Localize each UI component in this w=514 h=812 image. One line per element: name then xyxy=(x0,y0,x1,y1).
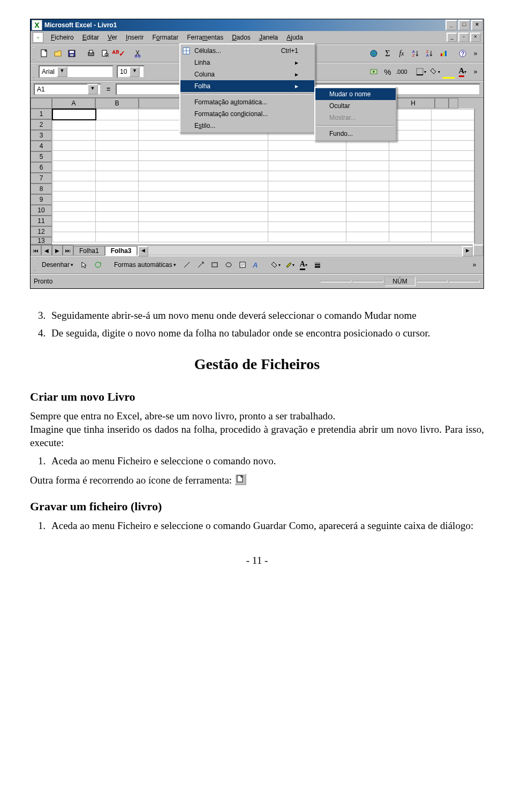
menu-editar[interactable]: Editar xyxy=(78,32,103,43)
rotate-button[interactable] xyxy=(92,258,104,271)
sheet-tab-folha3[interactable]: Folha3 xyxy=(105,246,138,256)
font-combo[interactable]: Arial▼ xyxy=(39,65,114,78)
horizontal-scrollbar[interactable]: ◀ ▶ xyxy=(138,246,473,255)
format-column-item[interactable]: Coluna▸ xyxy=(180,68,314,80)
sheet-tab-folha1[interactable]: Folha1 xyxy=(73,246,105,256)
comma-button[interactable]: .000 xyxy=(395,65,408,78)
rectangle-button[interactable] xyxy=(208,258,221,271)
row-header-5[interactable]: 5 xyxy=(31,151,52,162)
format-style-item[interactable]: Estilo... xyxy=(180,120,314,132)
tab-nav-prev[interactable]: ◀ xyxy=(41,245,52,256)
dropdown-arrow-icon[interactable]: ▼ xyxy=(57,66,67,77)
cell-A1[interactable] xyxy=(52,109,96,120)
col-header-B[interactable]: B xyxy=(95,98,139,109)
scroll-down-button[interactable] xyxy=(473,244,483,256)
menu-janela[interactable]: Janela xyxy=(255,32,282,43)
name-box[interactable]: A1 ▼ xyxy=(34,83,101,95)
row-header-10[interactable]: 10 xyxy=(31,205,52,216)
row-header-4[interactable]: 4 xyxy=(31,141,52,151)
oval-button[interactable] xyxy=(222,258,235,271)
format-auto-item[interactable]: Formatação automática... xyxy=(180,96,314,108)
toolbar-more-icon[interactable]: » xyxy=(470,48,481,59)
row-header-2[interactable]: 2 xyxy=(31,119,52,130)
open-button[interactable] xyxy=(51,47,64,60)
dropdown-arrow-icon[interactable]: ▼ xyxy=(87,84,98,95)
row-header-8[interactable]: 8 xyxy=(31,183,52,194)
tab-nav-next[interactable]: ▶ xyxy=(52,245,63,256)
sort-asc-button[interactable]: AZ xyxy=(409,47,422,60)
format-sheet-item[interactable]: Folha▸ xyxy=(180,80,314,92)
autoshapes-button[interactable]: Formas automáticas ▾ xyxy=(111,260,179,270)
scroll-up-button[interactable] xyxy=(449,98,458,109)
doc-restore-button[interactable]: ▫ xyxy=(458,33,469,42)
row-header-6[interactable]: 6 xyxy=(31,162,52,173)
menu-ficheiro[interactable]: Ficheiro xyxy=(47,32,78,43)
draw-menu-button[interactable]: Desenhar ▾ xyxy=(39,260,76,270)
select-all-button[interactable] xyxy=(31,98,52,109)
toolbar-more-icon[interactable]: » xyxy=(468,259,480,271)
borders-button[interactable]: ▾ xyxy=(414,65,427,78)
format-cells-item[interactable]: Células...Ctrl+1 xyxy=(180,45,314,57)
row-header-7[interactable]: 7 xyxy=(31,173,52,183)
print-button[interactable] xyxy=(85,47,97,60)
toolbar-grip[interactable] xyxy=(34,259,36,271)
menu-ferramentas[interactable]: Ferramentas xyxy=(183,32,228,43)
minimize-button[interactable]: _ xyxy=(445,20,457,30)
row-header-1[interactable]: 1 xyxy=(31,109,52,119)
hide-sheet-item[interactable]: Ocultar xyxy=(315,100,396,112)
cut-button[interactable] xyxy=(132,47,145,60)
spellcheck-button[interactable]: ᴬᴮ✓ xyxy=(112,47,125,60)
sort-desc-button[interactable]: ZA xyxy=(423,47,436,60)
menu-ajuda[interactable]: Ajuda xyxy=(282,32,307,43)
help-button[interactable]: ? xyxy=(456,47,469,60)
menu-formatar[interactable]: Formatar xyxy=(148,32,183,43)
fill-color-button[interactable]: ▾ xyxy=(269,258,282,271)
autosum-button[interactable]: Σ xyxy=(381,47,394,60)
fill-color-button[interactable]: ▾ xyxy=(428,65,441,78)
format-cond-item[interactable]: Formatação condicional... xyxy=(180,108,314,120)
print-preview-button[interactable] xyxy=(99,47,111,60)
rename-sheet-item[interactable]: Mudar o nome xyxy=(315,88,396,100)
save-button[interactable] xyxy=(65,47,78,60)
paste-function-button[interactable]: fx xyxy=(395,47,408,60)
row-header-12[interactable]: 12 xyxy=(31,226,52,237)
new-button[interactable] xyxy=(37,47,50,60)
background-item[interactable]: Fundo... xyxy=(315,128,396,140)
menu-ver[interactable]: Ver xyxy=(103,32,122,43)
currency-button[interactable] xyxy=(367,65,380,78)
arrow-button[interactable] xyxy=(194,258,207,271)
doc-minimize-button[interactable]: _ xyxy=(447,33,457,42)
row-header-11[interactable]: 11 xyxy=(31,216,52,226)
dropdown-arrow-icon[interactable]: ▼ xyxy=(129,66,140,77)
tab-nav-last[interactable]: ⏭ xyxy=(63,245,73,256)
chart-wizard-button[interactable] xyxy=(437,47,450,60)
scroll-right-button[interactable]: ▶ xyxy=(462,246,473,257)
font-size-combo[interactable]: 10▼ xyxy=(117,65,145,78)
format-row-item[interactable]: Linha▸ xyxy=(180,57,314,68)
close-button[interactable]: × xyxy=(471,20,483,30)
menu-inserir[interactable]: Inserir xyxy=(122,32,148,43)
font-color-button[interactable]: A▾ xyxy=(456,65,469,78)
font-color-button[interactable]: A▾ xyxy=(297,258,310,271)
toolbar-grip[interactable] xyxy=(33,66,35,78)
vertical-scrollbar[interactable] xyxy=(474,109,483,244)
col-header[interactable] xyxy=(435,98,449,109)
scroll-left-button[interactable]: ◀ xyxy=(138,246,148,257)
doc-close-button[interactable]: × xyxy=(470,33,481,42)
row-header-9[interactable]: 9 xyxy=(31,194,52,205)
menu-dados[interactable]: Dados xyxy=(228,32,255,43)
percent-button[interactable]: % xyxy=(381,65,394,78)
row-header-3[interactable]: 3 xyxy=(31,130,52,141)
line-color-button[interactable]: ▾ xyxy=(283,258,296,271)
toolbar-grip[interactable] xyxy=(33,48,35,59)
select-arrow-button[interactable] xyxy=(78,258,90,271)
col-header-A[interactable]: A xyxy=(52,98,95,109)
col-header-H[interactable]: H xyxy=(391,98,435,109)
web-button[interactable] xyxy=(367,47,380,60)
row-header-13[interactable]: 13 xyxy=(31,237,52,244)
line-button[interactable] xyxy=(180,258,193,271)
textbox-button[interactable] xyxy=(236,258,249,271)
wordart-button[interactable]: A xyxy=(250,258,263,271)
tab-nav-first[interactable]: ⏮ xyxy=(31,245,41,256)
toolbar-more-icon[interactable]: » xyxy=(470,66,481,78)
